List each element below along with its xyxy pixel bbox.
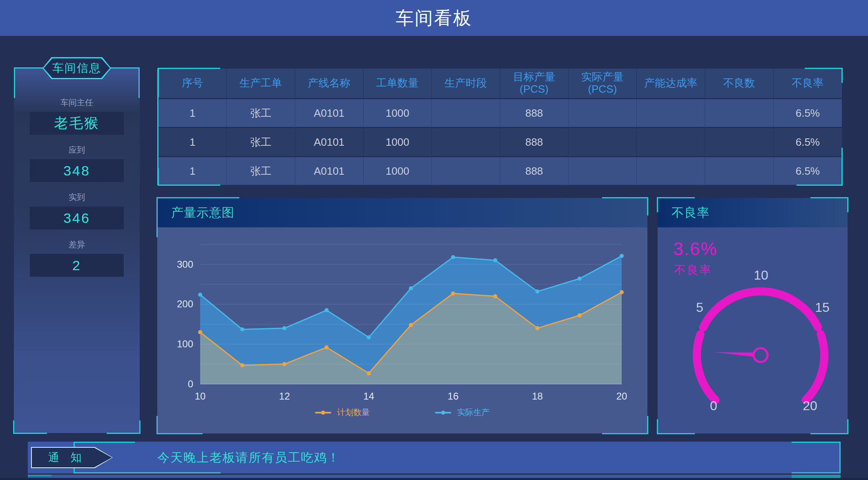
table-cell: 1000: [364, 128, 432, 156]
table-cell: 张工: [227, 99, 295, 127]
line-chart-svg: 0100200300101214161820: [157, 227, 647, 433]
table-cell: 1: [158, 157, 227, 185]
chart-shape: [240, 327, 244, 331]
chart-shape: [703, 291, 818, 327]
legend-marker-dot: [441, 411, 445, 415]
corner-bracket: [28, 475, 51, 476]
chart-shape: [620, 290, 624, 294]
table-cell: 1: [158, 128, 227, 156]
chart-title: 产量示意图: [157, 198, 647, 227]
chart-shape: [240, 363, 244, 367]
notice-border: [792, 472, 841, 473]
chart-shape: [697, 334, 716, 400]
table-cell: 888: [500, 128, 569, 156]
column-header: 不良数: [705, 69, 773, 98]
legend-label: 实际生产: [457, 407, 490, 418]
axis-label: 18: [532, 391, 543, 402]
chart-shape: [620, 254, 624, 258]
table-cell: 888: [500, 157, 569, 185]
table-header-row: 序号生产工单产线名称工单数量生产时段目标产量(PCS)实际产量(PCS)产能达成…: [158, 69, 842, 98]
bottom-edge: [0, 478, 868, 480]
chart-shape: [409, 286, 413, 290]
column-header: 生产时段: [432, 69, 500, 98]
table-cell: 1000: [364, 99, 432, 127]
defect-rate-label: 不良率: [674, 262, 712, 278]
defect-gauge-panel: 不良率 3.6% 不良率 05101520: [658, 198, 848, 433]
table-row: 1张工A010110008886.5%: [158, 128, 842, 156]
column-header: 工单数量: [364, 69, 432, 98]
legend-marker: [315, 412, 331, 413]
field-value-box: 346: [30, 207, 124, 229]
table-cell: A0101: [295, 157, 364, 185]
legend-item: 计划数量: [315, 407, 370, 418]
field-label: 差异: [14, 239, 140, 250]
column-header: 生产工单: [227, 69, 295, 98]
chart-shape: [198, 330, 202, 334]
table-cell: [705, 128, 773, 156]
page-header: 车间看板: [0, 0, 868, 36]
axis-label: 12: [279, 391, 290, 402]
chart-shape: [409, 323, 413, 327]
chart-shape: [282, 326, 286, 330]
notice-border: [74, 442, 135, 443]
chart-area: 0100200300101214161820 计划数量实际生产: [157, 227, 647, 433]
table-cell: [569, 99, 637, 127]
axis-label: 200: [177, 298, 193, 309]
table-cell: 6.5%: [774, 128, 842, 156]
output-chart-panel: 产量示意图 0100200300101214161820 计划数量实际生产: [157, 198, 647, 433]
table-cell: [637, 157, 705, 185]
chart-shape: [367, 371, 371, 376]
table-cell: [432, 128, 500, 156]
chart-shape: [493, 258, 497, 262]
table-cell: [637, 99, 705, 127]
page-title: 车间看板: [0, 0, 868, 36]
workshop-info-fields: 车间主任老毛猴应到348实到346差异2: [14, 69, 140, 277]
defect-rate-value: 3.6%: [673, 239, 717, 259]
chart-shape: [198, 293, 202, 297]
field-value-box: 2: [30, 254, 124, 277]
workshop-info-panel: 车间信息 车间主任老毛猴应到348实到346差异2: [14, 67, 140, 433]
corner-bracket: [13, 420, 47, 434]
chart-shape: [806, 334, 824, 400]
column-header: 序号: [158, 69, 227, 98]
table-cell: [569, 157, 637, 185]
table-cell: [432, 99, 500, 127]
table-cell: [569, 128, 637, 156]
notice-message: 今天晚上老板请所有员工吃鸡！: [157, 442, 340, 473]
axis-label: 0: [188, 378, 193, 389]
notice-border: [839, 442, 841, 473]
axis-label: 16: [448, 391, 459, 402]
workshop-dashboard: 车间看板 车间信息 车间主任老毛猴应到348实到346差异2 序号生产工单产线名…: [0, 0, 868, 480]
table-cell: 6.5%: [774, 157, 842, 185]
chart-shape: [578, 277, 582, 281]
chart-shape: [754, 348, 768, 362]
axis-label: 10: [754, 268, 768, 282]
table-cell: 6.5%: [774, 99, 842, 127]
chart-shape: [367, 336, 371, 340]
field-label: 实到: [14, 192, 140, 203]
chart-shape: [578, 313, 582, 318]
axis-label: 100: [177, 338, 193, 349]
chart-legend: 计划数量实际生产: [157, 407, 647, 418]
axis-label: 20: [616, 391, 627, 402]
corner-bracket: [107, 420, 141, 434]
legend-marker-dot: [321, 411, 325, 415]
axis-label: 15: [815, 300, 830, 315]
table-body: 1张工A010110008886.5%1张工A010110008886.5%1张…: [158, 99, 842, 185]
notice-border: [792, 442, 841, 443]
chart-shape: [325, 308, 329, 312]
axis-label: 10: [195, 391, 206, 402]
notice-badge-label: 通 知: [32, 448, 112, 467]
axis-label: 0: [710, 398, 717, 413]
column-header: 不良率: [774, 69, 842, 98]
notice-bar: 通 知 今天晚上老板请所有员工吃鸡！: [28, 442, 841, 473]
column-header: 产线名称: [295, 69, 364, 98]
table-cell: A0101: [295, 128, 364, 156]
production-table: 序号生产工单产线名称工单数量生产时段目标产量(PCS)实际产量(PCS)产能达成…: [157, 69, 842, 185]
chart-shape: [536, 289, 540, 293]
column-header: 产能达成率: [637, 69, 705, 98]
table-cell: [637, 128, 705, 156]
axis-label: 5: [696, 300, 703, 315]
gauge-title: 不良率: [658, 198, 848, 227]
chart-shape: [493, 294, 497, 298]
